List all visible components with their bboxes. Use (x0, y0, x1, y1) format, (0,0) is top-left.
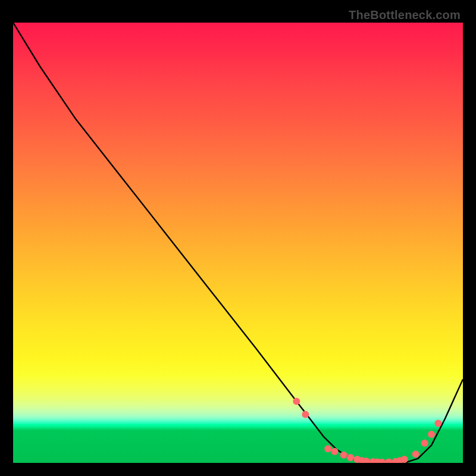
data-point (401, 456, 408, 463)
data-point (412, 450, 419, 458)
curve-layer (13, 23, 463, 463)
data-point (421, 440, 428, 447)
watermark-text: TheBottleneck.com (349, 8, 461, 22)
bottleneck-curve (13, 23, 463, 463)
plot-area (13, 23, 463, 463)
data-point (385, 459, 392, 464)
data-point (293, 397, 300, 405)
chart-frame: TheBottleneck.com (7, 7, 469, 469)
data-markers (293, 397, 441, 463)
data-point (428, 431, 435, 438)
data-point (434, 419, 441, 427)
data-point (347, 454, 354, 461)
data-point (302, 411, 309, 418)
data-point (331, 448, 339, 455)
data-point (324, 445, 331, 452)
data-point (340, 452, 347, 459)
